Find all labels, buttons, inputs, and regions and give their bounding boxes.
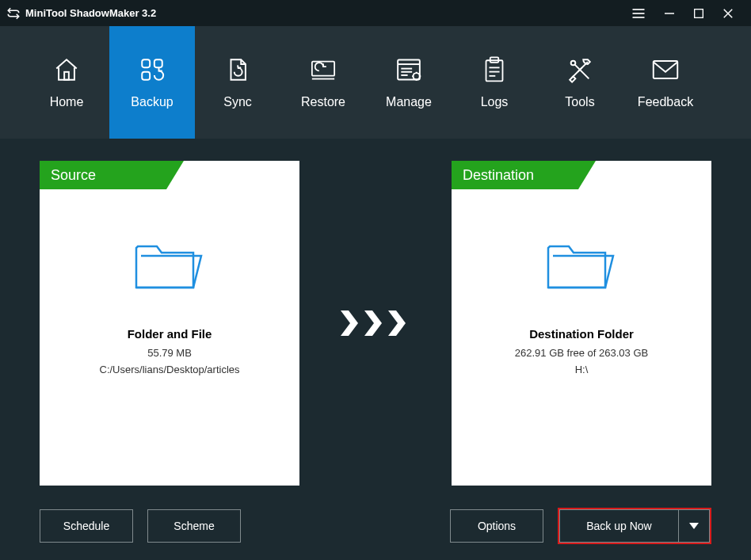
nav-label: Logs [481, 95, 509, 109]
sync-icon [223, 55, 252, 84]
nav-label: Tools [565, 95, 594, 109]
nav-logs[interactable]: Logs [452, 26, 537, 139]
destination-path: H:\ [575, 364, 589, 375]
transfer-arrows-icon [299, 161, 452, 486]
destination-free: 262.91 GB free of 263.03 GB [515, 347, 648, 359]
svg-rect-19 [486, 60, 503, 81]
tools-icon [566, 55, 594, 84]
nav-label: Feedback [638, 95, 693, 109]
nav-label: Restore [301, 95, 345, 109]
maximize-icon[interactable] [692, 7, 705, 20]
options-button[interactable]: Options [450, 509, 543, 543]
folder-icon [130, 232, 209, 295]
app-title: MiniTool ShadowMaker 3.2 [25, 7, 156, 19]
schedule-button[interactable]: Schedule [40, 509, 133, 543]
titlebar: MiniTool ShadowMaker 3.2 [0, 0, 751, 26]
nav-tools[interactable]: Tools [537, 26, 623, 139]
backup-now-button[interactable]: Back up Now [559, 509, 678, 543]
destination-body: Destination Folder 262.91 GB free of 263… [452, 161, 711, 380]
chevron-down-icon [689, 523, 699, 529]
logs-icon [480, 55, 509, 84]
minimize-icon[interactable] [662, 6, 677, 21]
svg-point-24 [571, 61, 576, 66]
menu-icon[interactable] [631, 6, 646, 21]
schedule-label: Schedule [63, 520, 109, 532]
app-title-wrap: MiniTool ShadowMaker 3.2 [6, 6, 631, 21]
source-body: Folder and File 55.79 MB C:/Users/lians/… [40, 161, 299, 380]
panels-row: Source Folder and File 55.79 MB C:/Users… [40, 161, 711, 486]
manage-icon [395, 55, 423, 84]
svg-marker-29 [388, 310, 406, 336]
source-path: C:/Users/lians/Desktop/articles [100, 364, 240, 375]
close-icon[interactable] [721, 6, 735, 21]
nav-backup[interactable]: Backup [109, 26, 195, 139]
svg-rect-8 [142, 59, 150, 67]
nav-restore[interactable]: Restore [280, 26, 366, 139]
destination-header: Destination [452, 161, 578, 189]
backup-icon [138, 55, 166, 84]
restore-icon [309, 55, 337, 84]
destination-panel[interactable]: Destination Destination Folder 262.91 GB… [452, 161, 711, 486]
feedback-icon [651, 55, 680, 84]
source-header: Source [40, 161, 166, 189]
svg-rect-9 [154, 59, 162, 67]
nav-sync[interactable]: Sync [195, 26, 280, 139]
destination-header-label: Destination [463, 167, 534, 184]
scheme-label: Scheme [173, 520, 214, 532]
source-size: 55.79 MB [147, 347, 192, 359]
nav-label: Manage [386, 95, 432, 109]
svg-rect-13 [398, 60, 420, 80]
nav-manage[interactable]: Manage [366, 26, 452, 139]
content-area: Source Folder and File 55.79 MB C:/Users… [0, 139, 751, 560]
folder-icon [542, 232, 621, 295]
app-window: MiniTool ShadowMaker 3.2 Home [0, 0, 751, 560]
destination-title: Destination Folder [529, 327, 634, 341]
svg-rect-26 [654, 61, 677, 78]
backup-now-label: Back up Now [586, 520, 651, 532]
nav-label: Backup [131, 95, 173, 109]
svg-marker-30 [689, 523, 699, 529]
backup-now-group: Back up Now [558, 508, 711, 544]
source-title: Folder and File [128, 327, 212, 341]
source-header-label: Source [51, 167, 96, 184]
window-controls [631, 6, 745, 21]
svg-rect-4 [695, 9, 703, 17]
svg-rect-7 [64, 72, 69, 80]
svg-marker-28 [364, 310, 382, 336]
button-row: Schedule Scheme Options Back up Now [40, 508, 711, 544]
nav-home[interactable]: Home [24, 26, 109, 139]
app-logo-icon [6, 6, 21, 21]
svg-marker-27 [341, 310, 358, 336]
scheme-button[interactable]: Scheme [147, 509, 241, 543]
backup-now-dropdown[interactable] [678, 509, 710, 543]
svg-rect-10 [142, 72, 150, 80]
navbar: Home Backup Sync Restore Manage [0, 26, 751, 139]
options-label: Options [478, 520, 516, 532]
source-panel[interactable]: Source Folder and File 55.79 MB C:/Users… [40, 161, 299, 486]
nav-label: Home [50, 95, 84, 109]
home-icon [52, 55, 81, 84]
nav-feedback[interactable]: Feedback [623, 26, 708, 139]
nav-label: Sync [223, 95, 252, 109]
